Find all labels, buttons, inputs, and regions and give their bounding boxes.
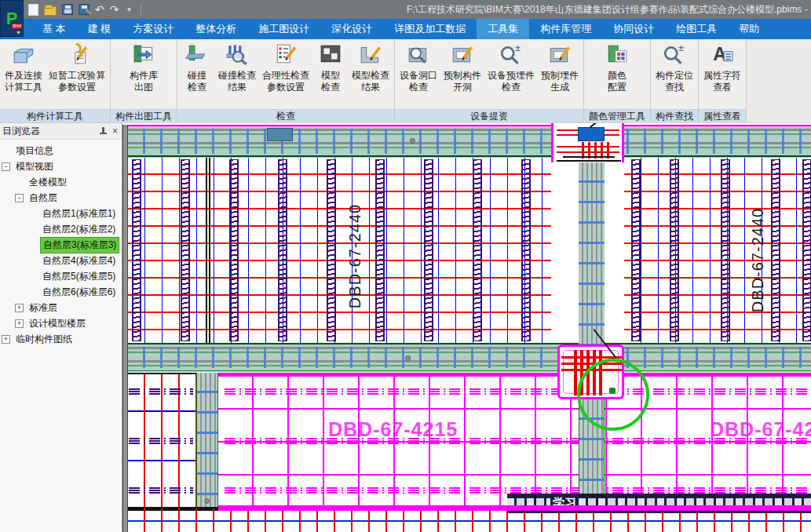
- ribbon-tab-2[interactable]: 方案设计: [122, 19, 184, 39]
- ribbon-tab-0[interactable]: 基 本: [31, 19, 77, 39]
- ribbon-tab-4[interactable]: 施工图设计: [247, 19, 320, 39]
- app-logo-button[interactable]: P BIM ▼: [0, 0, 24, 37]
- toolbar-button-label: 检查: [502, 82, 521, 93]
- pin-icon[interactable]: [98, 126, 108, 136]
- project-browser-header: 目浏览器 ×: [0, 123, 122, 140]
- save-icon[interactable]: [62, 4, 73, 15]
- redo-icon[interactable]: ↷: [110, 3, 119, 16]
- ribbon-tab-5[interactable]: 深化设计: [320, 19, 383, 39]
- top-beam-band: [128, 125, 811, 158]
- toolbar-button-0-1[interactable]: 短暂工况验算参数设置: [46, 41, 108, 95]
- collision-icon: [185, 42, 209, 70]
- toolbar-button-1-0[interactable]: 构件库出图: [126, 41, 161, 95]
- title-bar: ↶↷▼ F:\工程技术研究院\BIM大赛\2018年山东德建集团设计组参赛作品\…: [0, 0, 811, 19]
- toolbar-button-label: 构件定位: [656, 70, 693, 82]
- window-title-path: F:\工程技术研究院\BIM大赛\2018年山东德建集团设计组参赛作品\装配式综…: [407, 3, 808, 16]
- toolbar-button-label: 预制埋件: [541, 70, 579, 82]
- tree-item-3[interactable]: −自然层: [0, 190, 122, 206]
- close-icon[interactable]: ×: [112, 126, 118, 136]
- toolbar-group-0: 件及连接计算工具短暂工况验算参数设置构件计算工具: [0, 39, 111, 122]
- panel-label-right: DBD-67-2440: [749, 208, 767, 312]
- new-file-icon[interactable]: [28, 4, 38, 16]
- toolbar-button-5-0[interactable]: ±构件定位查找: [653, 41, 696, 95]
- toolbar-group-label: 构件查找: [651, 109, 698, 122]
- toolbar-button-label: 件及连接: [5, 70, 42, 82]
- model-tree: 项目信息−模型视图全楼模型−自然层自然层1(标准层1)自然层2(标准层2)自然层…: [0, 140, 122, 347]
- tree-item-11[interactable]: +设计模型楼层: [0, 315, 122, 331]
- ribbon-tab-6[interactable]: 详图及加工数据: [383, 19, 477, 39]
- toolbar-button-label: 合理性检查: [262, 70, 309, 82]
- toolbar-button-6-0[interactable]: A属性字符查看: [701, 41, 743, 95]
- toolbar-button-3-1[interactable]: 预制构件开洞: [441, 41, 484, 95]
- toolbar-button-label: 参数设置: [267, 82, 305, 93]
- collapse-icon[interactable]: −: [15, 194, 24, 202]
- expand-icon[interactable]: +: [2, 335, 10, 344]
- ribbon-tab-7[interactable]: 工具集: [477, 19, 529, 39]
- tree-item-7[interactable]: 自然层4(标准层4): [0, 253, 122, 268]
- tree-item-label: 自然层3(标准层3): [40, 237, 119, 253]
- toolbar-button-2-3[interactable]: 模型检查: [313, 41, 348, 95]
- ribbon-tab-8[interactable]: 构件库管理: [529, 19, 602, 39]
- tree-item-10[interactable]: +标准层: [0, 300, 122, 315]
- slab-label-left: DBD-67-4215: [328, 418, 458, 441]
- toolbar-button-2-0[interactable]: 碰撞检查: [180, 41, 214, 95]
- checklist-pencil-icon: [274, 42, 298, 70]
- selection-grip: [609, 388, 616, 394]
- toolbar-button-label: 计算工具: [5, 82, 42, 93]
- color-config-icon: [605, 42, 629, 70]
- toolbar-button-3-0[interactable]: 设备洞口检查: [397, 41, 440, 95]
- tree-item-5[interactable]: 自然层2(标准层2): [0, 221, 122, 237]
- precast-column-upper: [579, 162, 605, 344]
- toolbar-button-2-4[interactable]: 模型检查结果: [349, 41, 392, 95]
- tree-item-12[interactable]: +临时构件图纸: [0, 331, 122, 347]
- tree-item-4[interactable]: 自然层1(标准层1): [0, 206, 122, 221]
- locate-find-icon: ±: [663, 42, 686, 70]
- slab-dash-row: [225, 487, 811, 494]
- toolbar-button-3-3[interactable]: 预制埋件生成: [539, 41, 581, 95]
- tree-item-9[interactable]: 自然层6(标准层6): [0, 284, 122, 300]
- tree-item-8[interactable]: 自然层5(标准层5): [0, 268, 122, 284]
- ribbon-tab-3[interactable]: 整体分析: [184, 19, 247, 39]
- lattice-truss: [375, 159, 385, 341]
- tree-item-6[interactable]: 自然层3(标准层3): [0, 237, 122, 253]
- toolbar-button-2-2[interactable]: 合理性检查参数设置: [260, 41, 312, 95]
- project-browser-title: 目浏览器: [2, 125, 98, 138]
- export-drawing-icon: [132, 42, 155, 70]
- collapse-icon[interactable]: −: [2, 162, 10, 171]
- ribbon-toolbar: 件及连接计算工具短暂工况验算参数设置构件计算工具构件库出图构件出图工具碰撞检查碰…: [0, 39, 811, 123]
- tree-item-0[interactable]: 项目信息: [0, 143, 122, 159]
- toolbar-button-label: 开洞: [453, 82, 472, 93]
- expand-icon[interactable]: +: [15, 304, 24, 312]
- toolbar-button-label: 查找: [665, 82, 684, 93]
- toolbar-group-4: 颜色配置颜色管理工具: [584, 39, 651, 122]
- hole-check-icon: [407, 42, 430, 70]
- svg-text:±: ±: [515, 42, 521, 53]
- logo-caret-icon: ▼: [16, 31, 21, 35]
- toolbar-button-0-0[interactable]: 件及连接计算工具: [2, 41, 45, 95]
- wall-panel-grid-right: [624, 158, 811, 343]
- toolbar-group-6: A属性字符查看属性查看: [699, 39, 747, 122]
- tree-item-1[interactable]: −模型视图: [0, 159, 122, 174]
- mid-beam-rebar-ticks: [128, 347, 811, 368]
- ribbon-tab-9[interactable]: 协同设计: [602, 19, 665, 39]
- ribbon-tab-1[interactable]: 建 模: [77, 19, 122, 39]
- toolbar-button-4-0[interactable]: 颜色配置: [600, 41, 634, 95]
- ribbon-tab-10[interactable]: 绘图工具: [665, 19, 728, 39]
- quick-access-caret-icon[interactable]: ▼: [126, 6, 132, 13]
- lattice-truss: [229, 159, 239, 341]
- expand-icon[interactable]: +: [15, 319, 24, 328]
- toolbar-button-2-1[interactable]: 碰撞检查结果: [216, 41, 258, 95]
- undo-icon[interactable]: ↶: [95, 3, 104, 16]
- lattice-truss: [424, 159, 433, 341]
- toolbar-button-3-2[interactable]: ±设备预埋件检查: [485, 41, 537, 95]
- open-folder-icon[interactable]: [44, 6, 57, 16]
- save-edit-icon[interactable]: [79, 4, 90, 15]
- lattice-truss: [802, 159, 811, 341]
- toolbar-button-label: 检查: [188, 82, 206, 93]
- tree-item-2[interactable]: 全楼模型: [0, 174, 122, 190]
- tree-item-label: 自然层5(标准层5): [40, 269, 118, 284]
- drawing-canvas[interactable]: DBD-67-2440 DBD-67-2440 DBD-67-4215 DBD-…: [122, 123, 811, 532]
- attribute-view-icon: A: [711, 42, 734, 70]
- ribbon-tab-11[interactable]: 帮助: [728, 19, 770, 39]
- toolbar-button-label: 出图: [134, 82, 153, 93]
